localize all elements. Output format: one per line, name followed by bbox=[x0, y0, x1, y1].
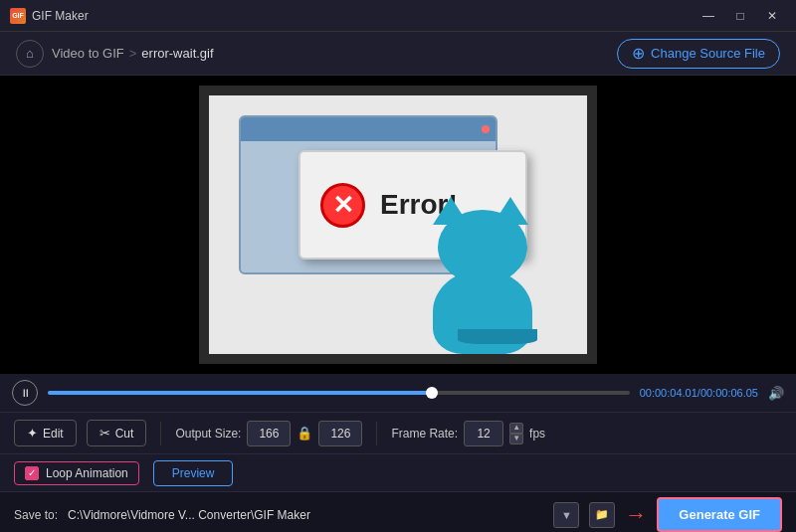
cut-label: Cut bbox=[115, 427, 134, 441]
arrow-indicator: → bbox=[625, 502, 647, 528]
progress-fill bbox=[48, 391, 432, 395]
close-button[interactable]: ✕ bbox=[758, 5, 786, 27]
output-size-group: Output Size: 🔒 bbox=[175, 421, 362, 446]
loop-label: Loop Animation bbox=[46, 466, 128, 480]
save-dropdown-button[interactable]: ▼ bbox=[553, 502, 579, 528]
nav-left: ⌂ Video to GIF > error-wait.gif bbox=[16, 40, 214, 68]
current-time: 00:00:04.01 bbox=[640, 387, 697, 399]
home-button[interactable]: ⌂ bbox=[16, 40, 44, 68]
window-close-dot bbox=[482, 125, 490, 133]
breadcrumb: Video to GIF > error-wait.gif bbox=[52, 46, 214, 61]
plus-icon: ⊕ bbox=[632, 46, 645, 62]
cut-button[interactable]: ✂ Cut bbox=[87, 420, 147, 446]
gif-preview: ✕ Error! bbox=[199, 86, 597, 364]
divider-2 bbox=[376, 422, 377, 445]
preview-area: ✕ Error! bbox=[0, 76, 796, 374]
frame-rate-label: Frame Rate: bbox=[391, 427, 458, 441]
controls-bar: ⏸ 00:00:04.01/00:00:06.05 🔊 bbox=[0, 374, 796, 412]
title-bar-left: GIF GIF Maker bbox=[10, 8, 89, 24]
frame-rate-group: Frame Rate: ▲ ▼ fps bbox=[391, 421, 545, 446]
cut-icon: ✂ bbox=[100, 426, 110, 441]
edit-label: Edit bbox=[43, 427, 64, 441]
preview-button[interactable]: Preview bbox=[153, 460, 234, 486]
app-icon: GIF bbox=[10, 8, 26, 24]
nav-bar: ⌂ Video to GIF > error-wait.gif ⊕ Change… bbox=[0, 32, 796, 76]
breadcrumb-current: error-wait.gif bbox=[141, 46, 213, 61]
divider-1 bbox=[160, 422, 161, 445]
breadcrumb-separator: > bbox=[129, 46, 137, 61]
save-path: C:\Vidmore\Vidmore V... Converter\GIF Ma… bbox=[68, 508, 543, 522]
loop-animation-group[interactable]: ✓ Loop Animation bbox=[14, 461, 139, 485]
output-size-label: Output Size: bbox=[175, 427, 241, 441]
width-input[interactable] bbox=[247, 421, 291, 446]
frame-rate-spinner[interactable]: ▲ ▼ bbox=[509, 423, 523, 444]
progress-thumb bbox=[426, 387, 438, 399]
progress-bar[interactable] bbox=[48, 391, 630, 395]
save-folder-button[interactable]: 📁 bbox=[589, 502, 615, 528]
app-title: GIF Maker bbox=[32, 9, 89, 23]
spinner-down[interactable]: ▼ bbox=[509, 434, 523, 444]
loop-checkbox[interactable]: ✓ bbox=[25, 466, 39, 480]
window-controls: — □ ✕ bbox=[695, 5, 786, 27]
checkmark-icon: ✓ bbox=[28, 467, 36, 478]
frame-rate-input[interactable] bbox=[464, 421, 503, 446]
pause-button[interactable]: ⏸ bbox=[12, 380, 38, 406]
bg-window-bar bbox=[241, 117, 496, 141]
minimize-button[interactable]: — bbox=[695, 5, 722, 27]
scene: ✕ Error! bbox=[209, 95, 587, 354]
title-bar: GIF GIF Maker — □ ✕ bbox=[0, 0, 796, 32]
save-bar: Save to: C:\Vidmore\Vidmore V... Convert… bbox=[0, 491, 796, 532]
total-time: 00:00:06.05 bbox=[700, 387, 758, 399]
cat-character bbox=[418, 225, 547, 354]
change-source-button[interactable]: ⊕ Change Source File bbox=[617, 39, 780, 69]
time-display: 00:00:04.01/00:00:06.05 bbox=[640, 387, 758, 399]
cat-body bbox=[433, 269, 532, 354]
cat-stripe bbox=[458, 329, 537, 344]
volume-icon[interactable]: 🔊 bbox=[768, 386, 784, 401]
change-source-label: Change Source File bbox=[651, 46, 765, 61]
height-input[interactable] bbox=[318, 421, 362, 446]
save-to-label: Save to: bbox=[14, 508, 58, 522]
spinner-up[interactable]: ▲ bbox=[509, 423, 523, 434]
edit-button[interactable]: ✦ Edit bbox=[14, 420, 77, 446]
breadcrumb-parent: Video to GIF bbox=[52, 46, 124, 61]
loop-row: ✓ Loop Animation Preview bbox=[0, 453, 796, 491]
fps-label: fps bbox=[529, 427, 545, 441]
lock-icon[interactable]: 🔒 bbox=[297, 426, 312, 441]
generate-gif-button[interactable]: Generate GIF bbox=[657, 497, 782, 532]
maximize-button[interactable]: □ bbox=[726, 5, 754, 27]
edit-icon: ✦ bbox=[27, 426, 38, 441]
error-icon: ✕ bbox=[320, 183, 365, 228]
toolbar: ✦ Edit ✂ Cut Output Size: 🔒 Frame Rate: … bbox=[0, 412, 796, 453]
